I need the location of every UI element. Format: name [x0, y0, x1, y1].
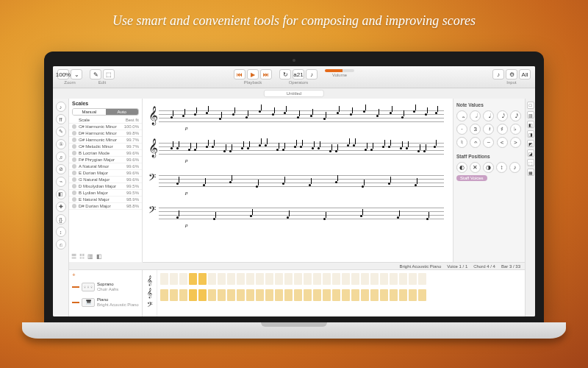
timeline-cell[interactable] [227, 289, 235, 301]
note-value-button[interactable]: 𝅘𝅥𝅯 [510, 110, 521, 121]
timeline-cell[interactable] [246, 289, 254, 301]
right-tool-button[interactable]: ▦ [527, 169, 534, 176]
left-tool-button[interactable]: ⊘ [56, 164, 66, 174]
timeline-cell[interactable] [218, 289, 226, 301]
input-note-button[interactable]: ♪ [492, 69, 504, 79]
timeline-cell[interactable] [256, 273, 264, 285]
timeline-cell[interactable] [160, 273, 168, 285]
note-value-button[interactable]: · [456, 124, 467, 135]
timeline-cell[interactable] [170, 289, 178, 301]
note-value-button[interactable]: 𝅝 [456, 110, 467, 121]
timeline-cell[interactable] [418, 273, 426, 285]
note-value-button[interactable]: > [510, 137, 521, 148]
timeline-cell[interactable] [179, 273, 187, 285]
right-tool-button[interactable]: □ [527, 102, 534, 109]
track-row[interactable]: ♀♀♀SopranoChoir Aahs [69, 280, 142, 295]
right-tool-button[interactable]: ◩ [527, 140, 534, 147]
note-value-button[interactable]: 𝅗𝅥 [470, 110, 481, 121]
scale-row[interactable]: G Natural Major99.6% [69, 177, 142, 183]
timeline-cell[interactable] [313, 273, 321, 285]
tab-auto[interactable]: Auto [106, 109, 139, 115]
note-value-button[interactable]: < [497, 137, 508, 148]
left-tool-button[interactable]: ✚ [56, 202, 66, 212]
timeline-cell[interactable] [189, 289, 197, 301]
scale-row[interactable]: B Locrian Mode99.6% [69, 150, 142, 157]
staff-position-button[interactable]: ✕ [470, 162, 481, 173]
timeline-cell[interactable] [370, 273, 379, 285]
left-tool-button[interactable]: ♪ [56, 102, 66, 112]
scales-view-icon[interactable]: ☷ [79, 253, 85, 260]
forward-button[interactable]: ⏭ [260, 69, 272, 79]
timeline-cell[interactable] [304, 273, 312, 285]
timeline-cell[interactable] [170, 273, 178, 285]
tab-manual[interactable]: Manual [73, 109, 106, 115]
staff-voices-button[interactable]: Staff Voices [456, 175, 487, 181]
scale-row[interactable]: A Natural Minor99.6% [69, 163, 142, 170]
left-tool-button[interactable]: ↕ [56, 227, 66, 237]
note-value-button[interactable]: 𝄽 [483, 124, 494, 135]
note-value-button[interactable]: 3 [470, 124, 481, 135]
scale-row[interactable]: E Dorian Major99.6% [69, 170, 142, 177]
timeline-cell[interactable] [351, 273, 359, 285]
edit-pencil-button[interactable]: ✎ [90, 69, 101, 79]
timeline-cell[interactable] [208, 289, 216, 301]
input-settings-button[interactable]: ⚙ [506, 69, 517, 79]
left-tool-button[interactable]: ff [56, 114, 66, 124]
staff-position-button[interactable]: ◐ [456, 162, 467, 173]
scale-row[interactable]: C# Harmonic Minor100.0% [69, 124, 142, 130]
left-tool-button[interactable]: ⎌ [56, 239, 66, 250]
timeline-cell[interactable] [237, 289, 245, 301]
a21-button[interactable]: a21 [293, 69, 304, 79]
timeline-cell[interactable] [304, 289, 312, 301]
timeline-cell[interactable] [390, 273, 398, 285]
timeline-cell[interactable] [265, 289, 273, 301]
timeline-cell[interactable] [189, 273, 197, 285]
note-value-button[interactable]: ♮ [456, 137, 467, 148]
left-tool-button[interactable]: ◧ [56, 189, 66, 199]
timeline-cell[interactable] [198, 273, 207, 285]
note-value-button[interactable]: 𝅘𝅥𝅮 [497, 110, 508, 121]
staff-position-button[interactable]: ↕ [496, 162, 507, 173]
timeline-cell[interactable] [390, 289, 398, 301]
zoom-value[interactable]: 100% [57, 69, 69, 79]
right-tool-button[interactable]: ◨ [527, 130, 534, 138]
timeline-cell[interactable] [218, 273, 226, 285]
timeline-cell[interactable] [332, 273, 340, 285]
left-tool-button[interactable]: ⌁ [56, 177, 66, 187]
edit-mode-button[interactable]: ⬚ [103, 69, 115, 79]
timeline-cell[interactable] [198, 289, 207, 301]
note-value-button[interactable]: 𝅘𝅥 [483, 110, 494, 121]
timeline-cell[interactable] [323, 289, 331, 301]
timeline-cell[interactable] [294, 273, 302, 285]
scales-view-icon[interactable]: ◧ [96, 253, 102, 260]
volume-slider[interactable] [325, 69, 354, 72]
scales-tab-switch[interactable]: Manual Auto [72, 108, 139, 116]
timeline-cell[interactable] [380, 289, 388, 301]
scale-row[interactable]: F# Phrygian Major99.6% [69, 157, 142, 163]
right-tool-button[interactable]: ▥ [527, 111, 534, 118]
note-value-button[interactable]: 𝄐 [470, 137, 481, 148]
left-tool-button[interactable]: ♬ [56, 152, 66, 162]
scale-row[interactable]: D Mixolydian Major99.5% [69, 183, 142, 190]
timeline-cell[interactable] [399, 273, 407, 285]
timeline-cell[interactable] [160, 289, 168, 301]
note-value-button[interactable]: ~ [483, 137, 494, 148]
timeline-cell[interactable] [275, 289, 283, 301]
staff-position-button[interactable]: ♪ [509, 162, 520, 173]
play-button[interactable]: ▶ [247, 69, 259, 79]
left-tool-button[interactable]: {} [56, 214, 66, 224]
timeline-cell[interactable] [246, 273, 254, 285]
timeline-cell[interactable] [313, 289, 321, 301]
timeline-cell[interactable] [208, 273, 216, 285]
right-tool-button[interactable]: ⬚ [527, 159, 534, 166]
zoom-stepper[interactable]: ⌄ [71, 69, 82, 79]
scale-row[interactable]: B Lydian Major99.5% [69, 190, 142, 197]
timeline-cell[interactable] [351, 289, 359, 301]
timeline-cell[interactable] [256, 289, 264, 301]
timeline-cell[interactable] [418, 289, 426, 301]
timeline-cell[interactable] [342, 273, 350, 285]
timeline-cell[interactable] [275, 273, 283, 285]
staff-position-button[interactable]: ◑ [483, 162, 494, 173]
timeline-cell[interactable] [284, 289, 293, 301]
tuning-button[interactable]: ♪ [306, 69, 318, 79]
